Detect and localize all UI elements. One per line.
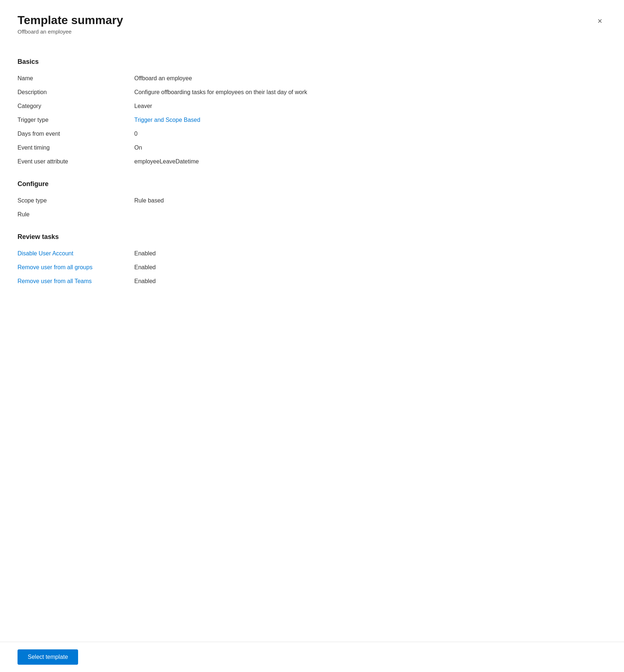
field-value-category: Leaver — [134, 103, 152, 109]
field-label-rule: Rule — [18, 211, 134, 218]
field-value-event-timing: On — [134, 144, 142, 151]
configure-section: Configure Scope type Rule based Rule — [18, 180, 606, 221]
field-value-remove-from-teams: Enabled — [134, 278, 156, 285]
field-value-remove-from-groups: Enabled — [134, 264, 156, 271]
field-label-disable-user-account: Disable User Account — [18, 250, 134, 257]
field-row: Event user attribute employeeLeaveDateti… — [18, 155, 606, 169]
panel-title: Template summary — [18, 13, 123, 27]
field-row: Event timing On — [18, 141, 606, 155]
field-value-description: Configure offboarding tasks for employee… — [134, 89, 307, 96]
field-label-event-user-attribute: Event user attribute — [18, 158, 134, 165]
remove-from-groups-link[interactable]: Remove user from all groups — [18, 264, 92, 270]
field-row: Scope type Rule based — [18, 194, 606, 208]
field-label-trigger-type: Trigger type — [18, 117, 134, 123]
panel-subtitle: Offboard an employee — [18, 28, 123, 35]
panel-header: Template summary Offboard an employee × — [0, 0, 624, 43]
field-row: Category Leaver — [18, 99, 606, 113]
field-value-disable-user-account: Enabled — [134, 250, 156, 257]
basics-section: Basics Name Offboard an employee Descrip… — [18, 58, 606, 169]
field-value-name: Offboard an employee — [134, 75, 192, 82]
field-label-remove-from-teams: Remove user from all Teams — [18, 278, 134, 285]
configure-section-title: Configure — [18, 180, 606, 188]
field-value-event-user-attribute: employeeLeaveDatetime — [134, 158, 199, 165]
field-row: Trigger type Trigger and Scope Based — [18, 113, 606, 127]
field-row: Name Offboard an employee — [18, 72, 606, 85]
remove-from-teams-link[interactable]: Remove user from all Teams — [18, 278, 92, 284]
field-row: Days from event 0 — [18, 127, 606, 141]
field-value-trigger-type: Trigger and Scope Based — [134, 117, 200, 123]
field-row: Remove user from all groups Enabled — [18, 260, 606, 274]
header-title-group: Template summary Offboard an employee — [18, 13, 123, 35]
field-value-days-from-event: 0 — [134, 131, 138, 137]
field-label-days-from-event: Days from event — [18, 131, 134, 137]
field-label-event-timing: Event timing — [18, 144, 134, 151]
close-button[interactable]: × — [593, 15, 606, 28]
panel-content: Basics Name Offboard an employee Descrip… — [0, 43, 624, 642]
review-tasks-section: Review tasks Disable User Account Enable… — [18, 233, 606, 288]
disable-user-account-link[interactable]: Disable User Account — [18, 250, 73, 256]
panel-footer: Select template — [0, 642, 624, 672]
field-row: Remove user from all Teams Enabled — [18, 274, 606, 288]
field-value-scope-type: Rule based — [134, 197, 164, 204]
template-summary-panel: Template summary Offboard an employee × … — [0, 0, 624, 672]
basics-section-title: Basics — [18, 58, 606, 66]
review-tasks-section-title: Review tasks — [18, 233, 606, 241]
field-row: Disable User Account Enabled — [18, 247, 606, 260]
field-label-remove-from-groups: Remove user from all groups — [18, 264, 134, 271]
field-label-name: Name — [18, 75, 134, 82]
field-label-description: Description — [18, 89, 134, 96]
select-template-button[interactable]: Select template — [18, 649, 78, 665]
close-icon: × — [598, 16, 602, 26]
field-row: Description Configure offboarding tasks … — [18, 85, 606, 99]
field-label-scope-type: Scope type — [18, 197, 134, 204]
field-label-category: Category — [18, 103, 134, 109]
field-row: Rule — [18, 208, 606, 221]
